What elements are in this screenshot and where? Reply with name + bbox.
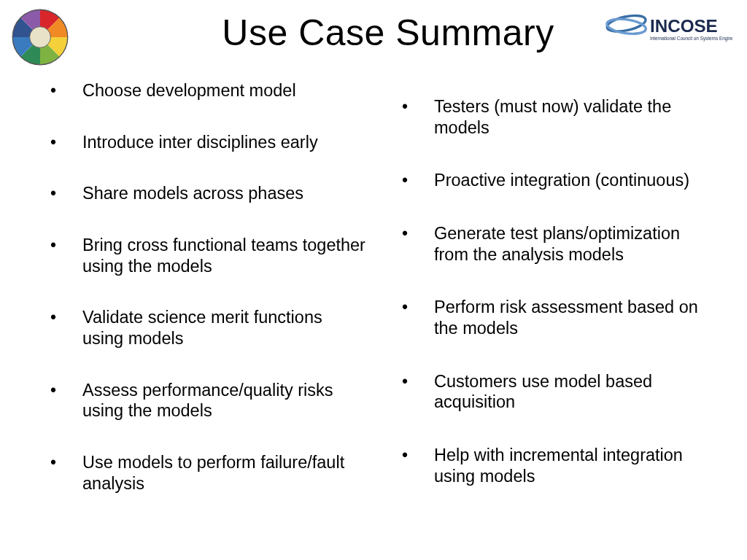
- list-item: Validate science merit functions using m…: [40, 307, 366, 349]
- list-item: Share models across phases: [40, 183, 366, 204]
- slide-header: Use Case Summary INCOSE International Co…: [0, 0, 747, 69]
- list-item: Testers (must now) validate the models: [392, 96, 718, 138]
- list-item: Customers use model based acquisition: [392, 371, 718, 413]
- left-bullet-list: Choose development model Introduce inter…: [40, 80, 366, 494]
- slide-body: Choose development model Introduce inter…: [0, 80, 747, 560]
- right-bullet-list: Testers (must now) validate the models P…: [392, 96, 718, 486]
- list-item: Help with incremental integration using …: [392, 445, 718, 486]
- list-item: Choose development model: [40, 80, 366, 101]
- list-item: Perform risk assessment based on the mod…: [392, 297, 718, 338]
- list-item: Assess performance/quality risks using t…: [40, 380, 366, 421]
- right-column: Testers (must now) validate the models P…: [374, 80, 747, 560]
- logo-subtext: International Council on Systems Enginee…: [650, 36, 732, 42]
- list-item: Proactive integration (continuous): [392, 170, 718, 191]
- left-column: Choose development model Introduce inter…: [0, 80, 374, 560]
- logo-text: INCOSE: [650, 16, 718, 36]
- list-item: Bring cross functional teams together us…: [40, 235, 366, 276]
- list-item: Use models to perform failure/fault anal…: [40, 452, 366, 494]
- list-item: Generate test plans/optimization from th…: [392, 223, 718, 265]
- list-item: Introduce inter disciplines early: [40, 132, 366, 153]
- incose-logo: INCOSE International Council on Systems …: [605, 6, 732, 57]
- slide: Use Case Summary INCOSE International Co…: [0, 0, 747, 560]
